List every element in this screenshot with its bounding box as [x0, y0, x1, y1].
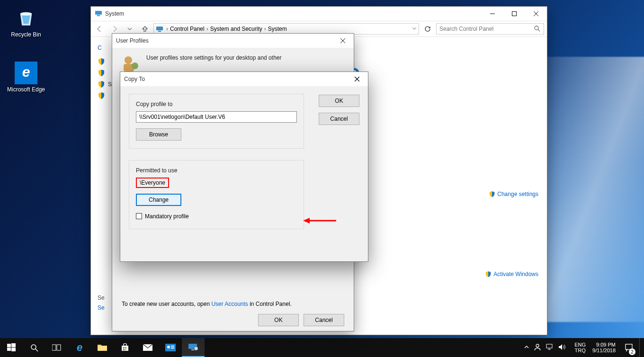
close-button[interactable] — [332, 34, 354, 48]
taskbar: e ENG TRQ 9:09 PM 9/11/2018 2 — [0, 338, 644, 357]
svg-point-37 — [536, 344, 539, 347]
breadcrumb-sep: › — [164, 26, 170, 32]
computer-icon — [95, 9, 102, 18]
recycle-bin-icon — [15, 7, 37, 29]
network-icon[interactable] — [546, 344, 554, 352]
file-explorer-button[interactable] — [91, 338, 114, 357]
search-icon — [533, 25, 541, 34]
ok-button[interactable]: OK — [258, 314, 299, 326]
shield-icon — [98, 80, 105, 88]
clock[interactable]: 9:09 PM 9/11/2018 — [590, 342, 618, 353]
svg-rect-28 — [125, 349, 126, 350]
checkbox-icon — [136, 213, 142, 219]
svg-rect-33 — [171, 348, 174, 348]
svg-point-6 — [535, 26, 538, 30]
svg-rect-1 — [95, 11, 102, 15]
people-icon[interactable] — [534, 343, 541, 352]
svg-rect-18 — [7, 348, 11, 351]
svg-rect-17 — [11, 343, 16, 347]
svg-rect-38 — [546, 344, 552, 348]
search-placeholder: Search Control Panel — [439, 26, 493, 32]
annotation-arrow — [303, 216, 336, 227]
show-desktop-button[interactable] — [639, 338, 642, 357]
volume-icon[interactable] — [558, 344, 566, 352]
shield-icon — [485, 271, 492, 277]
dialog-title: User Profiles — [116, 37, 149, 44]
svg-point-20 — [31, 345, 36, 349]
close-button[interactable] — [525, 7, 547, 21]
store-button[interactable] — [114, 338, 136, 357]
user-accounts-link[interactable]: User Accounts — [211, 301, 248, 307]
svg-rect-3 — [512, 12, 517, 16]
action-center-button[interactable]: 2 — [619, 338, 638, 357]
svg-point-36 — [194, 347, 198, 350]
system-tray[interactable] — [519, 343, 571, 352]
permitted-value-highlight: \Everyone — [136, 178, 169, 188]
close-button[interactable] — [346, 72, 368, 86]
mandatory-profile-checkbox[interactable]: Mandatory profile — [136, 213, 189, 220]
permitted-group: Permitted to use \Everyone Change Mandat… — [129, 160, 304, 229]
system-taskbar-button[interactable] — [182, 338, 205, 357]
svg-point-0 — [20, 12, 32, 16]
svg-point-13 — [132, 62, 138, 69]
desktop-icon-recycle-bin[interactable]: Recycle Bin — [5, 7, 47, 38]
desktop-icon-edge[interactable]: e Microsoft Edge — [5, 62, 47, 93]
tray-chevron-icon[interactable] — [524, 344, 529, 351]
shield-icon — [98, 92, 105, 99]
mail-button[interactable] — [136, 338, 159, 357]
maximize-button[interactable] — [503, 7, 525, 21]
titlebar[interactable]: User Profiles — [112, 34, 354, 48]
shield-icon — [98, 69, 105, 77]
profile-path-input[interactable] — [136, 111, 297, 123]
intro-text: User profiles store settings for your de… — [146, 54, 281, 61]
edge-icon: e — [15, 62, 37, 84]
svg-point-31 — [167, 346, 170, 348]
chevron-down-icon[interactable] — [412, 26, 417, 32]
desktop-icon-label: Microsoft Edge — [5, 86, 47, 93]
svg-rect-16 — [7, 344, 11, 347]
language-indicator[interactable]: ENG TRQ — [572, 342, 589, 353]
breadcrumb-item[interactable]: Control Panel — [170, 26, 205, 32]
refresh-button[interactable] — [421, 23, 434, 35]
titlebar[interactable]: System — [91, 7, 547, 21]
svg-rect-26 — [125, 347, 126, 348]
svg-rect-35 — [191, 349, 194, 350]
svg-rect-2 — [97, 15, 100, 16]
breadcrumb-item[interactable]: System and Security — [210, 26, 262, 32]
back-button[interactable] — [93, 22, 106, 36]
svg-rect-21 — [52, 345, 56, 350]
svg-rect-4 — [156, 27, 163, 30]
breadcrumb-sep: › — [262, 26, 268, 32]
shield-icon — [489, 191, 495, 197]
contacts-button[interactable] — [159, 338, 182, 357]
breadcrumb-item[interactable]: System — [268, 26, 287, 32]
user-profile-icon — [122, 54, 141, 73]
svg-rect-32 — [171, 346, 174, 347]
task-view-button[interactable] — [45, 338, 68, 357]
titlebar[interactable]: Copy To — [120, 72, 368, 86]
cancel-button[interactable]: Cancel — [304, 314, 344, 326]
breadcrumb-sep: › — [205, 26, 210, 32]
cancel-button[interactable]: Cancel — [319, 113, 359, 125]
ok-button[interactable]: OK — [319, 95, 359, 107]
copy-profile-group: Copy profile to Browse — [129, 94, 304, 149]
permitted-value: \Everyone — [140, 179, 165, 186]
window-title: System — [105, 10, 124, 17]
change-button[interactable]: Change — [136, 194, 181, 206]
svg-point-11 — [125, 56, 132, 64]
start-button[interactable] — [0, 338, 23, 357]
copy-to-dialog: Copy To OK Cancel Copy profile to Browse… — [120, 71, 368, 262]
activate-windows-link[interactable]: Activate Windows — [485, 271, 538, 277]
svg-rect-25 — [123, 347, 125, 348]
browse-button[interactable]: Browse — [136, 128, 181, 141]
dialog-title: Copy To — [124, 76, 145, 82]
svg-marker-15 — [303, 218, 310, 223]
edge-taskbar-button[interactable]: e — [68, 338, 91, 357]
search-input[interactable]: Search Control Panel — [436, 23, 544, 35]
change-settings-link[interactable]: Change settings — [489, 191, 538, 197]
search-button[interactable] — [23, 338, 45, 357]
minimize-button[interactable] — [482, 7, 503, 21]
svg-rect-5 — [158, 31, 161, 32]
shield-icon — [98, 58, 105, 65]
copy-profile-label: Copy profile to — [136, 101, 297, 107]
